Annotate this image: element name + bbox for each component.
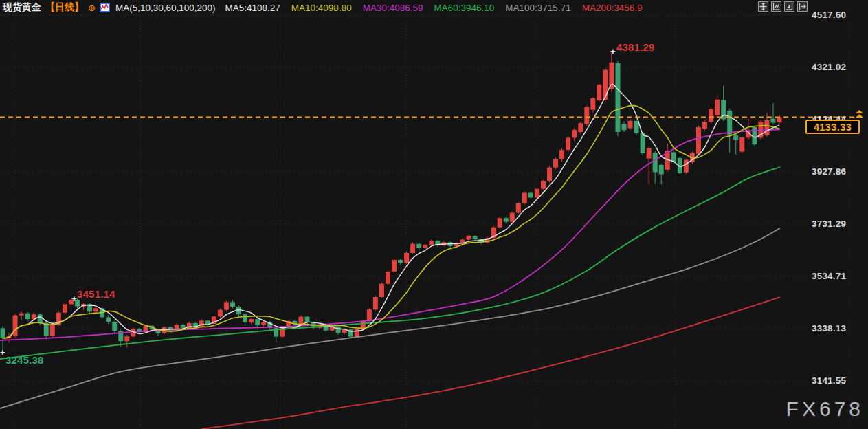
ma-legend-item: MA100:3715.71 (505, 3, 570, 13)
ma-line-MA100 (0, 228, 780, 408)
ma-legend-item: MA5:4108.27 (225, 3, 280, 13)
ma-settings-label[interactable]: MA(5,10,30,60,100,200) (115, 3, 216, 13)
detach-window-icon[interactable] (797, 1, 808, 12)
current-price-value: 4133.33 (814, 122, 852, 133)
chart-axis-left-icon[interactable] (771, 1, 781, 12)
ma-legend-item: MA60:3946.10 (434, 3, 494, 13)
chart-type-icon[interactable] (100, 3, 110, 12)
axis-price-label: 4321.02 (812, 62, 867, 72)
high-label-3451: 3451.14 (77, 288, 115, 300)
ma-line-MA60 (0, 167, 780, 359)
axis-price-label: 3927.86 (812, 166, 867, 177)
ma-legend-values: MA5:4108.27MA10:4098.80MA30:4086.59MA60:… (225, 3, 643, 13)
chart-toolbar (758, 1, 808, 12)
candles-layer (1, 52, 782, 353)
price-up-arrow-icon (855, 110, 864, 119)
ma-line-MA10 (3, 106, 779, 338)
symbol-title: 现货黄金 (3, 1, 41, 14)
legend-bar: 现货黄金 【日线】 ⊕ MA(5,10,30,60,100,200) MA5:4… (0, 0, 868, 15)
ma-legend-item: MA200:3456.9 (582, 3, 643, 13)
axis-price-label: 3534.71 (812, 271, 867, 281)
ma-legend-item: MA30:4086.59 (363, 3, 423, 13)
high-cross-3451: + (71, 294, 77, 304)
grid-layer (0, 10, 850, 429)
ma-line-MA5 (3, 84, 779, 338)
chart-app: 现货黄金 【日线】 ⊕ MA(5,10,30,60,100,200) MA5:4… (0, 0, 868, 429)
current-price-box: 4133.33 (805, 120, 860, 134)
axis-price-label: 3731.29 (812, 219, 867, 229)
pan-cross-icon[interactable] (758, 1, 768, 12)
high-cross-4381: + (610, 46, 616, 56)
axis-price-label: 3141.55 (812, 375, 867, 386)
high-label-4381: 4381.29 (616, 41, 655, 53)
candlestick-plot[interactable] (0, 0, 868, 429)
low-cross-3245: + (0, 347, 5, 358)
low-label-3245: 3245.38 (5, 354, 44, 366)
chart-axis-right-icon[interactable] (784, 1, 794, 12)
add-indicator-icon[interactable]: ⊕ (88, 3, 96, 12)
axis-price-label: 3338.13 (812, 323, 867, 333)
ma-legend-item: MA10:4098.80 (291, 3, 352, 13)
ma-line-MA30 (0, 129, 780, 340)
period-badge[interactable]: 【日线】 (45, 1, 84, 14)
ma-line-MA200 (201, 297, 780, 429)
fx678-watermark: FX678 (786, 397, 864, 421)
